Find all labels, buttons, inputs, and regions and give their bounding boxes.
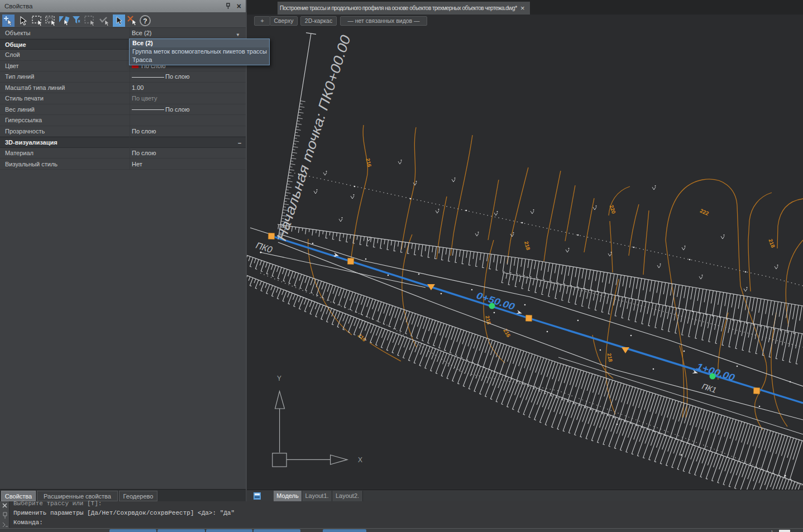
svg-text:Y: Y xyxy=(277,375,281,382)
svg-text:X: X xyxy=(358,456,362,464)
svg-text:?: ? xyxy=(143,17,147,25)
